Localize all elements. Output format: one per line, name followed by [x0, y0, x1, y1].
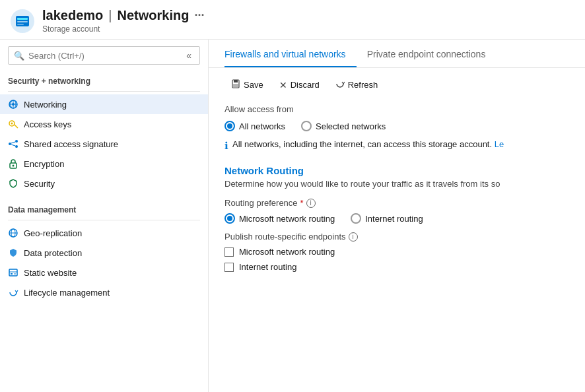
sidebar-item-access-keys-label: Access keys — [24, 119, 200, 129]
search-input[interactable] — [28, 51, 180, 61]
networking-icon — [8, 99, 18, 110]
svg-rect-2 — [17, 18, 28, 20]
sidebar-item-access-keys[interactable]: Access keys — [0, 114, 208, 134]
tab-private-endpoints[interactable]: Private endpoint connections — [367, 40, 497, 67]
checkbox-ms-routing-label: Microsoft network routing — [239, 247, 335, 257]
discard-button[interactable]: ✕ Discard — [273, 77, 326, 94]
required-star: * — [300, 198, 304, 208]
allow-access-label: Allow access from — [224, 104, 569, 114]
svg-rect-4 — [17, 24, 24, 25]
security-icon — [8, 178, 18, 189]
svg-line-17 — [11, 145, 15, 146]
radio-all-networks[interactable]: All networks — [224, 121, 285, 131]
svg-rect-3 — [17, 21, 28, 22]
svg-point-14 — [15, 140, 18, 143]
svg-point-19 — [13, 165, 15, 167]
learn-more-link[interactable]: Le — [495, 139, 504, 149]
info-box: ℹ All networks, including the internet, … — [224, 139, 569, 152]
tab-firewalls[interactable]: Firewalls and virtual networks — [224, 40, 357, 67]
info-icon: ℹ — [224, 140, 228, 152]
static-website-icon — [8, 267, 18, 278]
radio-ms-routing-label: Microsoft network routing — [239, 214, 335, 224]
refresh-button[interactable]: Refresh — [329, 76, 385, 94]
sidebar-section-data-management: Data management — [0, 200, 208, 217]
sidebar-item-networking-label: Networking — [24, 100, 200, 110]
sidebar-item-encryption-label: Encryption — [24, 159, 200, 169]
radio-ms-routing-circle — [224, 213, 235, 224]
routing-radio-group: Microsoft network routing Internet routi… — [224, 213, 569, 224]
content-body: Allow access from All networks Selected … — [209, 102, 585, 392]
checkbox-internet-routing-box — [224, 263, 234, 272]
network-routing-desc: Determine how you would like to route yo… — [224, 179, 569, 189]
save-button[interactable]: Save — [224, 76, 270, 94]
svg-line-11 — [15, 125, 18, 128]
page-title: Networking — [117, 8, 189, 23]
radio-selected-networks[interactable]: Selected networks — [301, 121, 386, 131]
publish-label: Publish route-specific endpoints i — [224, 232, 569, 242]
resource-name: lakedemo — [42, 8, 103, 23]
svg-point-12 — [11, 123, 13, 125]
tab-bar: Firewalls and virtual networks Private e… — [209, 40, 585, 68]
content-area: Firewalls and virtual networks Private e… — [209, 40, 585, 392]
sidebar-item-lifecycle[interactable]: Lifecycle management — [0, 282, 208, 302]
discard-icon: ✕ — [279, 80, 287, 90]
main-layout: 🔍 « Security + networking Networking Acc… — [0, 40, 585, 392]
sidebar-item-shared-access-label: Shared access signature — [24, 139, 200, 149]
save-icon — [231, 79, 240, 90]
geo-replication-icon — [8, 228, 18, 238]
svg-line-16 — [11, 142, 15, 143]
header-subtitle: Storage account — [42, 24, 204, 34]
sidebar-item-shared-access[interactable]: Shared access signature — [0, 134, 208, 154]
sidebar-divider-1 — [8, 91, 200, 92]
publish-info-icon[interactable]: i — [349, 232, 358, 242]
sidebar-scroll: Security + networking Networking Access … — [0, 71, 208, 392]
svg-point-15 — [15, 145, 18, 148]
page-header: lakedemo | Networking ··· Storage accoun… — [0, 0, 585, 40]
routing-preference-label: Routing preference * i — [224, 198, 569, 208]
sidebar-item-data-protection[interactable]: Data protection — [0, 243, 208, 263]
access-keys-icon — [8, 119, 18, 129]
sidebar-item-static-website[interactable]: Static website — [0, 263, 208, 282]
discard-label: Discard — [291, 80, 320, 90]
svg-rect-29 — [233, 84, 238, 87]
access-radio-group: All networks Selected networks — [224, 121, 569, 131]
network-routing-heading: Network Routing — [224, 165, 569, 176]
save-label: Save — [244, 80, 263, 90]
sidebar-section-security-networking: Security + networking — [0, 71, 208, 88]
routing-info-icon[interactable]: i — [306, 199, 316, 208]
sidebar-item-encryption[interactable]: Encryption — [0, 154, 208, 174]
radio-all-networks-circle — [224, 121, 235, 131]
sidebar-item-geo-replication-label: Geo-replication — [24, 228, 200, 238]
encryption-icon — [8, 158, 18, 169]
lifecycle-icon — [8, 287, 18, 298]
storage-account-icon — [11, 9, 34, 33]
sidebar-item-networking[interactable]: Networking — [0, 94, 208, 114]
radio-internet-routing[interactable]: Internet routing — [351, 213, 423, 224]
radio-ms-routing[interactable]: Microsoft network routing — [224, 213, 335, 224]
svg-rect-26 — [14, 273, 16, 275]
header-separator: | — [108, 8, 112, 23]
data-protection-icon — [8, 247, 18, 258]
sidebar-item-data-protection-label: Data protection — [24, 248, 200, 258]
radio-internet-routing-circle — [351, 213, 361, 224]
collapse-button[interactable]: « — [184, 50, 194, 61]
sidebar-divider-2 — [8, 220, 200, 220]
checkbox-internet-routing[interactable]: Internet routing — [224, 262, 569, 272]
svg-rect-28 — [234, 80, 238, 82]
info-text: All networks, including the internet, ca… — [232, 139, 504, 149]
search-box[interactable]: 🔍 « — [8, 46, 200, 65]
more-options-button[interactable]: ··· — [194, 9, 204, 22]
sidebar-item-security[interactable]: Security — [0, 174, 208, 193]
header-title: lakedemo | Networking ··· — [42, 8, 204, 23]
toolbar: Save ✕ Discard Refresh — [209, 68, 585, 102]
header-title-block: lakedemo | Networking ··· Storage accoun… — [42, 8, 204, 34]
refresh-icon — [335, 79, 345, 90]
checkbox-ms-routing[interactable]: Microsoft network routing — [224, 247, 569, 257]
sidebar-item-security-label: Security — [24, 179, 200, 189]
radio-all-networks-label: All networks — [239, 121, 285, 131]
search-icon: 🔍 — [14, 51, 24, 61]
sidebar-item-geo-replication[interactable]: Geo-replication — [0, 223, 208, 243]
sidebar-item-lifecycle-label: Lifecycle management — [24, 288, 200, 298]
radio-selected-networks-circle — [301, 121, 312, 131]
checkbox-internet-routing-label: Internet routing — [239, 262, 296, 272]
